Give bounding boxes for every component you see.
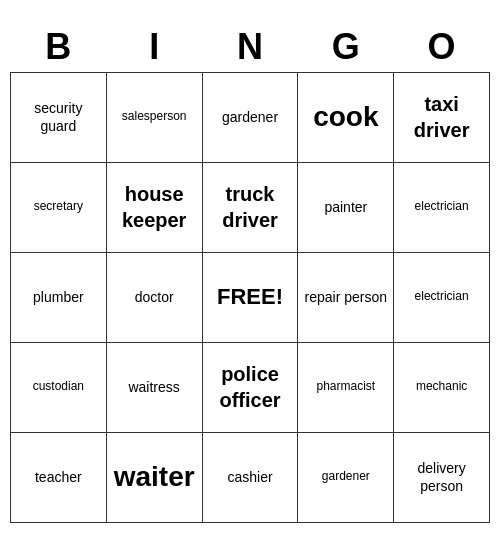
header-letter-N: N xyxy=(202,22,298,73)
cell-r1-c3: painter xyxy=(298,162,394,252)
cell-r3-c2: police officer xyxy=(202,342,298,432)
bingo-body: security guardsalespersongardenercooktax… xyxy=(11,72,490,522)
cell-r0-c0: security guard xyxy=(11,72,107,162)
cell-r3-c3: pharmacist xyxy=(298,342,394,432)
cell-r1-c1: house keeper xyxy=(106,162,202,252)
cell-r2-c4: electrician xyxy=(394,252,490,342)
cell-r2-c3: repair person xyxy=(298,252,394,342)
cell-r1-c0: secretary xyxy=(11,162,107,252)
cell-r0-c4: taxi driver xyxy=(394,72,490,162)
cell-r2-c2: FREE! xyxy=(202,252,298,342)
cell-r3-c4: mechanic xyxy=(394,342,490,432)
cell-r4-c0: teacher xyxy=(11,432,107,522)
cell-r0-c2: gardener xyxy=(202,72,298,162)
cell-r0-c1: salesperson xyxy=(106,72,202,162)
cell-r1-c2: truck driver xyxy=(202,162,298,252)
cell-r3-c1: waitress xyxy=(106,342,202,432)
bingo-card: BINGO security guardsalespersongardenerc… xyxy=(10,22,490,523)
cell-r4-c4: delivery person xyxy=(394,432,490,522)
cell-r4-c3: gardener xyxy=(298,432,394,522)
cell-r4-c1: waiter xyxy=(106,432,202,522)
header-letter-B: B xyxy=(11,22,107,73)
cell-r2-c1: doctor xyxy=(106,252,202,342)
bingo-header: BINGO xyxy=(11,22,490,73)
cell-r1-c4: electrician xyxy=(394,162,490,252)
cell-r0-c3: cook xyxy=(298,72,394,162)
cell-r4-c2: cashier xyxy=(202,432,298,522)
header-letter-I: I xyxy=(106,22,202,73)
cell-r3-c0: custodian xyxy=(11,342,107,432)
header-letter-G: G xyxy=(298,22,394,73)
cell-r2-c0: plumber xyxy=(11,252,107,342)
header-letter-O: O xyxy=(394,22,490,73)
